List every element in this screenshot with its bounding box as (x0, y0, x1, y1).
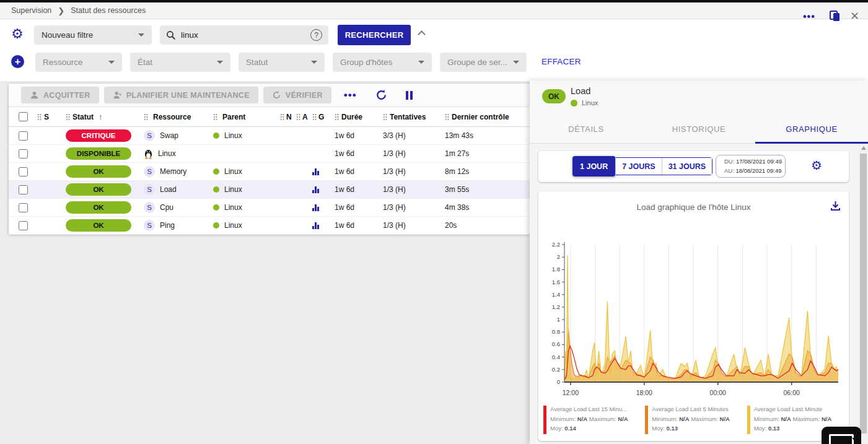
table-row-ping[interactable]: OK SPing Linux 1w 6d 1/3 (H) 20s (9, 217, 530, 235)
copy-link-icon[interactable] (828, 9, 841, 22)
table-row-swap[interactable]: CRITIQUE SSwap Linux 1w 6d 3/3 (H) 13m 4… (9, 127, 530, 145)
download-graph-icon[interactable] (830, 200, 841, 212)
clear-filters-button[interactable]: EFFACER (541, 57, 581, 66)
header-status[interactable]: Statut (72, 113, 94, 121)
header-duration[interactable]: Durée (341, 113, 362, 121)
search-icon (166, 30, 176, 40)
panel-scrollbar-thumb[interactable] (860, 154, 867, 433)
select-all-checkbox[interactable] (19, 112, 28, 121)
legend-max-label: Maximum: (691, 416, 718, 422)
resource-name[interactable]: Cpu (160, 203, 173, 212)
table-row-load-selected[interactable]: OK SLoad Linux 1w 6d 1/3 (H) 3m 55s (9, 181, 530, 199)
parent-name[interactable]: Linux (224, 185, 242, 194)
pause-icon[interactable] (406, 91, 413, 100)
breadcrumb-item-supervision[interactable]: Supervision (11, 6, 51, 15)
header-graph[interactable]: G (318, 113, 324, 121)
drag-dots-icon[interactable] (445, 113, 449, 121)
saved-filter-select[interactable]: Nouveau filtre (34, 25, 152, 45)
criteria-hostgroup-select[interactable]: Group d'hôtes (333, 53, 432, 72)
svg-text:0.4: 0.4 (552, 354, 560, 360)
resource-name[interactable]: Linux (158, 149, 176, 158)
graph-settings-gear-icon[interactable]: ⚙ (811, 158, 822, 173)
drag-dots-icon[interactable] (335, 113, 339, 121)
row-checkbox[interactable] (19, 149, 28, 159)
parent-name[interactable]: Linux (224, 131, 242, 140)
scroll-up-arrow-icon[interactable] (861, 146, 866, 150)
header-last-check[interactable]: Dernier contrôle (452, 113, 509, 121)
row-checkbox[interactable] (19, 185, 28, 194)
legend-item-load15[interactable]: Average Load Last 15 Minu... Minimum: N/… (543, 404, 643, 434)
range-1-day-button[interactable]: 1 JOUR (572, 156, 616, 176)
svg-text:0.6: 0.6 (552, 341, 560, 347)
graph-chart-icon[interactable] (312, 222, 319, 229)
resource-name[interactable]: Load (160, 185, 177, 194)
search-button[interactable]: RECHERCHER (338, 25, 411, 45)
graph-card: Load graphique de l'hôte Linux 00.20.40.… (538, 191, 849, 441)
chart-legend: Average Load Last 15 Minu... Minimum: N/… (543, 404, 847, 434)
custom-period-box[interactable]: DU: 17/08/2021 09:49 AU: 18/08/2021 09:4… (716, 155, 786, 178)
drag-dots-icon[interactable] (213, 113, 217, 121)
refresh-icon[interactable] (375, 89, 387, 101)
drag-dots-icon[interactable] (280, 113, 284, 121)
range-7-days-button[interactable]: 7 JOURS (616, 158, 662, 175)
tab-history[interactable]: HISTORIQUE (642, 115, 755, 143)
tab-graph[interactable]: GRAPHIQUE (755, 115, 868, 143)
table-row-cpu[interactable]: OK SCpu Linux 1w 6d 1/3 (H) 4m 38s (9, 199, 530, 217)
table-row-memory[interactable]: OK SMemory Linux 1w 6d 1/3 (H) 8m 12s (9, 163, 530, 181)
collapse-filters-chevron-icon[interactable] (418, 30, 426, 38)
svg-text:0: 0 (557, 378, 560, 385)
header-parent[interactable]: Parent (222, 113, 245, 121)
parent-name[interactable]: Linux (224, 221, 242, 230)
header-severity[interactable]: S (44, 113, 49, 121)
drag-dots-icon[interactable] (66, 113, 70, 121)
graph-chart-icon[interactable] (312, 204, 319, 211)
linux-penguin-icon (144, 149, 153, 159)
acknowledge-button[interactable]: ACQUITTER (21, 87, 99, 103)
criteria-status-select[interactable]: Statut (239, 53, 325, 72)
header-resource[interactable]: Ressource (153, 113, 191, 121)
legend-item-load5[interactable]: Average Load Last 5 Minutes Minimum: N/A… (645, 404, 745, 434)
row-checkbox[interactable] (19, 131, 28, 141)
status-badge: OK (66, 183, 131, 196)
resource-name[interactable]: Memory (160, 167, 186, 176)
header-action[interactable]: A (302, 113, 308, 121)
downtime-button[interactable]: PLANIFIER UNE MAINTENANCE (104, 87, 258, 103)
criteria-servicegroup-select[interactable]: Groupe de ser... (440, 53, 527, 72)
criteria-state-select[interactable]: État (130, 53, 230, 72)
drag-dots-icon[interactable] (312, 113, 317, 121)
parent-name[interactable]: Linux (224, 167, 242, 176)
table-row-linux-host[interactable]: DISPONIBLE Linux 1w 6d 1/3 (H) (9, 145, 530, 163)
search-help-icon[interactable]: ? (310, 29, 322, 41)
drag-dots-icon[interactable] (144, 113, 148, 121)
legend-min-value: N/A (577, 416, 587, 422)
header-tries[interactable]: Tentatives (390, 113, 426, 121)
sort-asc-icon[interactable]: ↑ (99, 112, 103, 121)
graph-chart-icon[interactable] (312, 186, 319, 193)
close-panel-icon[interactable]: ✕ (850, 9, 859, 23)
search-input[interactable] (181, 30, 305, 40)
legend-avg-label: Moy: (652, 425, 665, 432)
range-31-days-button[interactable]: 31 JOURS (662, 158, 712, 175)
row-checkbox[interactable] (19, 221, 28, 230)
header-notes[interactable]: N (286, 113, 292, 121)
tab-details[interactable]: DÉTAILS (530, 115, 642, 143)
panel-more-actions-icon[interactable]: ••• (803, 11, 815, 22)
more-actions-icon[interactable]: ••• (344, 89, 357, 102)
drag-dots-icon[interactable] (383, 113, 387, 121)
app-root: Supervision ❯ Statut des ressources ⚙ No… (0, 0, 868, 444)
graph-chart-icon[interactable] (312, 168, 319, 175)
filter-settings-gear-icon[interactable]: ⚙ (11, 26, 24, 42)
criteria-resource-select[interactable]: Ressource (35, 53, 122, 72)
resource-name[interactable]: Ping (160, 221, 175, 230)
criteria-label: Groupe de ser... (447, 58, 507, 67)
row-checkbox[interactable] (19, 203, 28, 212)
drag-dots-icon[interactable] (37, 113, 42, 121)
parent-name[interactable]: Linux (224, 203, 242, 212)
drag-dots-icon[interactable] (296, 113, 300, 121)
add-criteria-button[interactable]: + (11, 55, 24, 68)
check-button[interactable]: VÉRIFIER (263, 87, 331, 103)
breadcrumb-item-resource-status[interactable]: Statut des ressources (71, 6, 146, 15)
resource-name[interactable]: Swap (160, 131, 178, 140)
row-checkbox[interactable] (19, 167, 28, 176)
load-chart[interactable]: 00.20.40.60.811.21.41.61.822.212:0018:00… (542, 238, 844, 401)
